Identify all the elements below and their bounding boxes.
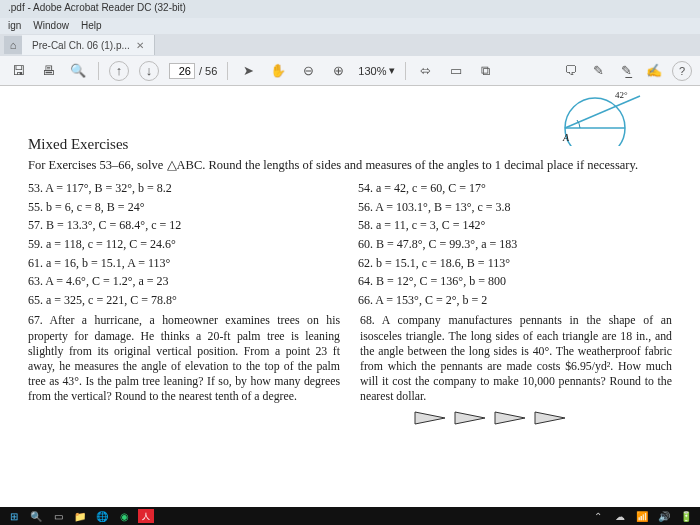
tray-volume[interactable]: 🔊 (656, 509, 672, 523)
zoom-value: 130% (358, 65, 386, 77)
point-label: A (562, 132, 570, 143)
ex-59: 59. a = 118, c = 112, C = 24.6° (28, 235, 342, 254)
zoom-level[interactable]: 130% ▾ (358, 64, 394, 77)
ex-68-text: 68. A company manufactures pennants in t… (360, 313, 672, 402)
menu-window[interactable]: Window (33, 20, 69, 32)
taskbar-search[interactable]: 🔍 (28, 509, 44, 523)
page-indicator: / 56 (169, 63, 217, 79)
page-up-icon[interactable]: ↑ (109, 61, 129, 81)
toolbar-right: 🗨 ✎ ✎̲ ✍ ? (560, 61, 692, 81)
ex-64: 64. B = 12°, C = 136°, b = 800 (358, 272, 672, 291)
ex-66: 66. A = 153°, C = 2°, b = 2 (358, 291, 672, 310)
separator (405, 62, 406, 80)
window-title: .pdf - Adobe Acrobat Reader DC (32-bit) (8, 2, 186, 13)
menu-help[interactable]: Help (81, 20, 102, 32)
ex-58: 58. a = 11, c = 3, C = 142° (358, 216, 672, 235)
pennant-illustration (360, 408, 672, 428)
ex-63: 63. A = 4.6°, C = 1.2°, a = 23 (28, 272, 342, 291)
ex-65: 65. a = 325, c = 221, C = 78.8° (28, 291, 342, 310)
angle-label: 42° (615, 90, 628, 100)
page-number-input[interactable] (169, 63, 195, 79)
sign-icon[interactable]: ✍ (644, 61, 664, 81)
tray-battery[interactable]: 🔋 (678, 509, 694, 523)
taskbar: ⊞ 🔍 ▭ 📁 🌐 ◉ 人 ⌃ ☁ 📶 🔊 🔋 (0, 507, 700, 525)
svg-line-1 (565, 96, 640, 128)
separator (227, 62, 228, 80)
taskbar-start[interactable]: ⊞ (6, 509, 22, 523)
tray-chevron[interactable]: ⌃ (590, 509, 606, 523)
document-tab[interactable]: Pre-Cal Ch. 06 (1).p... ✕ (22, 35, 155, 55)
close-tab-icon[interactable]: ✕ (136, 40, 144, 51)
fit-page-icon[interactable]: ▭ (446, 61, 466, 81)
ex-56: 56. A = 103.1°, B = 13°, c = 3.8 (358, 198, 672, 217)
tab-row: ⌂ Pre-Cal Ch. 06 (1).p... ✕ (0, 34, 700, 56)
window-titlebar: .pdf - Adobe Acrobat Reader DC (32-bit) (0, 0, 700, 18)
document-page: 42° A Mixed Exercises For Exercises 53–6… (0, 86, 700, 507)
tray-cloud[interactable]: ☁ (612, 509, 628, 523)
page-down-icon[interactable]: ↓ (139, 61, 159, 81)
taskbar-acrobat[interactable]: 人 (138, 509, 154, 523)
ex-62: 62. b = 15.1, c = 18.6, B = 113° (358, 254, 672, 273)
scroll-mode-icon[interactable]: ⧉ (476, 61, 496, 81)
toolbar: 🖫 🖶 🔍 ↑ ↓ / 56 ➤ ✋ ⊖ ⊕ 130% ▾ ⬄ ▭ ⧉ 🗨 ✎ … (0, 56, 700, 86)
ex-61: 61. a = 16, b = 15.1, A = 113° (28, 254, 342, 273)
fit-width-icon[interactable]: ⬄ (416, 61, 436, 81)
zoom-out-icon[interactable]: ⊖ (298, 61, 318, 81)
word-problems: 67. After a hurricane, a homeowner exami… (28, 313, 672, 428)
ex-60: 60. B = 47.8°, C = 99.3°, a = 183 (358, 235, 672, 254)
print-icon[interactable]: 🖶 (38, 61, 58, 81)
tab-home[interactable]: ⌂ (4, 36, 22, 54)
taskbar-browser[interactable]: 🌐 (94, 509, 110, 523)
ex-53: 53. A = 117°, B = 32°, b = 8.2 (28, 179, 342, 198)
tray: ⌃ ☁ 📶 🔊 🔋 (590, 509, 694, 523)
svg-point-0 (565, 98, 625, 146)
save-icon[interactable]: 🖫 (8, 61, 28, 81)
menubar: ign Window Help (0, 18, 700, 34)
ex-67: 67. After a hurricane, a homeowner exami… (28, 313, 340, 428)
highlight-icon[interactable]: ✎̲ (616, 61, 636, 81)
zoom-in-icon[interactable]: ⊕ (328, 61, 348, 81)
geometry-diagram: 42° A (510, 86, 660, 146)
pointer-icon[interactable]: ➤ (238, 61, 258, 81)
ex-68: 68. A company manufactures pennants in t… (360, 313, 672, 428)
menu-sign[interactable]: ign (8, 20, 21, 32)
taskbar-apps[interactable]: ▭ (50, 509, 66, 523)
right-column: 54. a = 42, c = 60, C = 17° 56. A = 103.… (358, 179, 672, 309)
caret-down-icon: ▾ (389, 64, 395, 77)
magnify-icon[interactable]: 🔍 (68, 61, 88, 81)
page-total: / 56 (199, 65, 217, 77)
taskbar-chrome[interactable]: ◉ (116, 509, 132, 523)
left-column: 53. A = 117°, B = 32°, b = 8.2 55. b = 6… (28, 179, 342, 309)
ex-55: 55. b = 6, c = 8, B = 24° (28, 198, 342, 217)
exercise-columns: 53. A = 117°, B = 32°, b = 8.2 55. b = 6… (28, 179, 672, 309)
hand-icon[interactable]: ✋ (268, 61, 288, 81)
home-icon: ⌂ (10, 39, 17, 51)
pen-icon[interactable]: ✎ (588, 61, 608, 81)
separator (98, 62, 99, 80)
instructions: For Exercises 53–66, solve △ABC. Round t… (28, 157, 672, 173)
comment-icon[interactable]: 🗨 (560, 61, 580, 81)
ex-57: 57. B = 13.3°, C = 68.4°, c = 12 (28, 216, 342, 235)
ex-54: 54. a = 42, c = 60, C = 17° (358, 179, 672, 198)
taskbar-explorer[interactable]: 📁 (72, 509, 88, 523)
tray-wifi[interactable]: 📶 (634, 509, 650, 523)
tab-label: Pre-Cal Ch. 06 (1).p... (32, 40, 130, 51)
help-icon[interactable]: ? (672, 61, 692, 81)
